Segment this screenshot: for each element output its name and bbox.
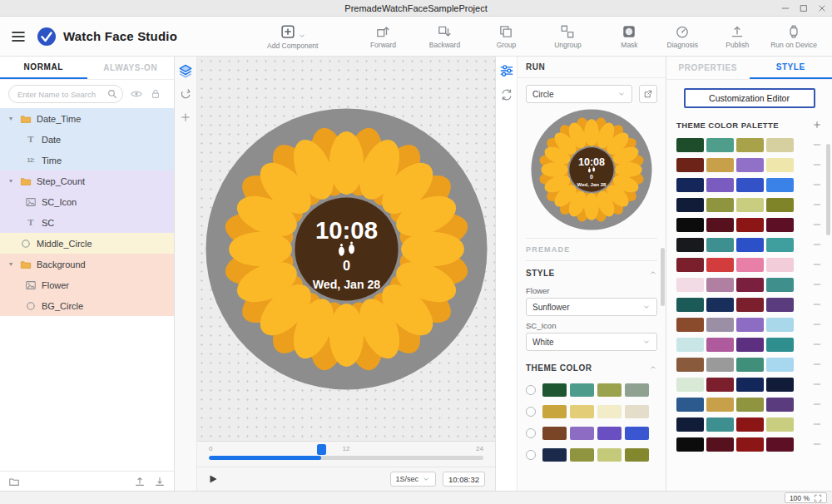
color-swatch[interactable] xyxy=(542,383,567,397)
color-swatch[interactable] xyxy=(736,338,764,352)
run-panel-scrollbar[interactable] xyxy=(661,248,665,306)
remove-row-icon[interactable] xyxy=(812,240,822,250)
sync-icon[interactable] xyxy=(500,88,513,101)
theme-color-option-1[interactable] xyxy=(526,379,657,401)
group-button[interactable]: Group xyxy=(484,24,527,49)
tab-always-on[interactable]: ALWAYS-ON xyxy=(87,57,175,79)
close-button[interactable] xyxy=(815,2,829,14)
remove-row-icon[interactable] xyxy=(812,319,822,329)
chevron-up-icon[interactable] xyxy=(649,269,657,277)
color-swatch[interactable] xyxy=(766,358,794,372)
color-swatch[interactable] xyxy=(766,178,794,192)
color-swatch[interactable] xyxy=(676,138,704,152)
color-swatch[interactable] xyxy=(706,418,734,432)
design-canvas[interactable]: 10:08 0 Wed, Jan 28 xyxy=(197,57,495,441)
forward-button[interactable]: Forward xyxy=(361,24,404,49)
theme-color-option-2[interactable] xyxy=(526,401,657,422)
remove-row-icon[interactable] xyxy=(812,160,822,170)
color-swatch[interactable] xyxy=(736,138,764,152)
add-guide-icon[interactable] xyxy=(180,111,191,123)
color-swatch[interactable] xyxy=(706,178,734,192)
run-watch-preview[interactable] xyxy=(530,108,653,231)
caret-icon[interactable]: ▾ xyxy=(7,260,15,268)
rotate-icon[interactable] xyxy=(179,88,192,101)
color-swatch[interactable] xyxy=(706,218,734,232)
color-swatch[interactable] xyxy=(676,258,704,272)
color-swatch[interactable] xyxy=(706,238,734,252)
visibility-icon[interactable] xyxy=(130,87,143,101)
color-swatch[interactable] xyxy=(542,448,567,462)
caret-icon[interactable]: ▾ xyxy=(7,115,15,122)
color-swatch[interactable] xyxy=(676,178,704,192)
color-swatch[interactable] xyxy=(625,448,649,462)
color-swatch[interactable] xyxy=(542,405,567,418)
color-swatch[interactable] xyxy=(706,158,734,172)
color-swatch[interactable] xyxy=(736,278,764,292)
color-swatch[interactable] xyxy=(736,178,764,192)
color-swatch[interactable] xyxy=(706,198,734,212)
color-swatch[interactable] xyxy=(676,198,704,212)
color-swatch[interactable] xyxy=(625,383,649,397)
layer-item-Middle_Circle[interactable]: Middle_Circle xyxy=(0,233,174,254)
timeline-ruler[interactable]: 0 12 24 xyxy=(209,442,483,456)
publish-button[interactable]: Publish xyxy=(716,24,759,49)
color-swatch[interactable] xyxy=(736,398,764,412)
style-panel-scrollbar[interactable] xyxy=(826,144,830,235)
new-folder-icon[interactable] xyxy=(8,476,20,487)
color-swatch[interactable] xyxy=(736,198,764,212)
color-swatch[interactable] xyxy=(706,398,734,412)
chevron-up-icon[interactable] xyxy=(649,363,657,372)
remove-row-icon[interactable] xyxy=(812,379,822,389)
layer-item-BG_Circle[interactable]: BG_Circle xyxy=(0,295,174,316)
theme-color-option-3[interactable] xyxy=(526,422,657,444)
color-swatch[interactable] xyxy=(676,318,704,332)
theme-color-header[interactable]: THEME COLOR xyxy=(526,356,657,379)
color-swatch[interactable] xyxy=(706,298,734,312)
run-on-device-button[interactable]: Run on Device xyxy=(770,24,817,49)
remove-row-icon[interactable] xyxy=(812,180,822,190)
add-palette-icon[interactable] xyxy=(812,120,822,130)
color-swatch[interactable] xyxy=(706,378,734,392)
sc-icon-select[interactable]: White xyxy=(526,333,657,351)
color-swatch[interactable] xyxy=(676,338,704,352)
remove-row-icon[interactable] xyxy=(812,279,822,289)
color-swatch[interactable] xyxy=(625,427,649,440)
color-swatch[interactable] xyxy=(736,437,764,452)
timeline-handle[interactable] xyxy=(317,444,326,455)
color-swatch[interactable] xyxy=(736,238,764,252)
color-swatch[interactable] xyxy=(736,258,764,272)
layer-item-SC[interactable]: TSC xyxy=(0,212,174,233)
color-swatch[interactable] xyxy=(766,138,794,152)
color-swatch[interactable] xyxy=(706,278,734,292)
speed-select[interactable]: 1S/sec xyxy=(390,472,437,487)
color-swatch[interactable] xyxy=(736,218,764,232)
color-swatch[interactable] xyxy=(676,238,704,252)
add-component-button[interactable]: Add Component xyxy=(267,23,318,50)
color-swatch[interactable] xyxy=(766,338,794,352)
remove-row-icon[interactable] xyxy=(812,220,822,230)
tune-icon[interactable] xyxy=(499,63,514,78)
color-swatch[interactable] xyxy=(597,448,622,462)
color-swatch[interactable] xyxy=(570,383,594,397)
layer-item-Date_Time[interactable]: ▾Date_Time xyxy=(0,108,174,129)
color-swatch[interactable] xyxy=(736,298,764,312)
color-swatch[interactable] xyxy=(676,437,704,452)
color-swatch[interactable] xyxy=(766,278,794,292)
import-layer-icon[interactable] xyxy=(154,476,166,487)
radio-button[interactable] xyxy=(526,385,536,395)
color-swatch[interactable] xyxy=(676,278,704,292)
color-swatch[interactable] xyxy=(570,448,594,462)
color-swatch[interactable] xyxy=(676,158,704,172)
color-swatch[interactable] xyxy=(736,318,764,332)
remove-row-icon[interactable] xyxy=(812,399,822,409)
color-swatch[interactable] xyxy=(706,358,734,372)
remove-row-icon[interactable] xyxy=(812,259,822,269)
layer-item-Date[interactable]: TDate xyxy=(0,129,174,150)
layer-item-SC_Icon[interactable]: SC_Icon xyxy=(0,191,174,212)
color-swatch[interactable] xyxy=(766,238,794,252)
color-swatch[interactable] xyxy=(597,383,622,397)
color-swatch[interactable] xyxy=(736,378,764,392)
color-swatch[interactable] xyxy=(625,405,649,418)
color-swatch[interactable] xyxy=(676,298,704,312)
color-swatch[interactable] xyxy=(736,158,764,172)
